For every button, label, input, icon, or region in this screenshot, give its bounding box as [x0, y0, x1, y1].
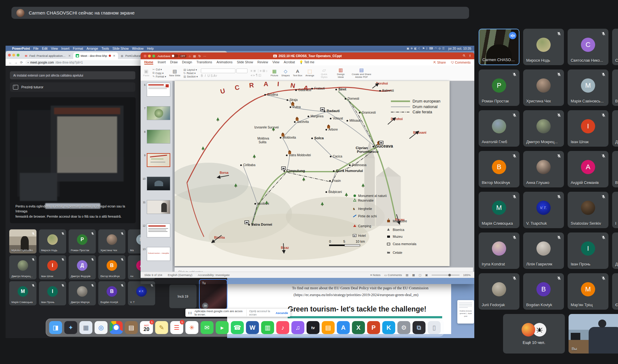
ribbon-reset[interactable]: ↻Reset ▾ — [184, 72, 198, 75]
mini-tile-Мирося Нодь[interactable]: Мирося Нодь — [39, 229, 66, 253]
ribbon-quick-styles[interactable]: ▱Quick Styles — [317, 68, 331, 79]
zoom-level[interactable]: 165% — [463, 273, 471, 277]
dock-finder-icon[interactable]: ◨ — [49, 321, 62, 334]
slide-thumbnail-9[interactable]: 9 — [141, 153, 172, 176]
mini-tile-Дмитро Федорів[interactable]: ДДмитро Федорів — [69, 255, 96, 279]
hide-banner-button[interactable]: Ascunde — [276, 311, 288, 315]
participant-tile-Марія-Савіновсь...[interactable]: MМарія Савіновсь... — [568, 69, 608, 106]
participant-tile-V.-Tsapchuk[interactable]: V.T.V. Tsapchuk — [523, 192, 564, 228]
dock-music-icon[interactable]: ♪ — [276, 321, 289, 334]
ribbon-format[interactable]: ✎Format ▾ — [152, 75, 166, 78]
address-bar[interactable]: ▪ meet.google.com/dee-thne-khp?pli=1 — [25, 60, 160, 65]
menubar-menu-file[interactable]: File — [33, 47, 39, 50]
dock-numbers-icon[interactable]: ▥ — [261, 321, 274, 334]
dock-podcasts-icon[interactable]: ♫ — [291, 321, 304, 334]
dock-displays-icon[interactable]: ⧉ — [413, 321, 425, 334]
ribbon-design-ideas[interactable]: ▥Design Ideas — [334, 68, 348, 79]
ppt-tab-design[interactable]: Design — [182, 60, 192, 65]
forward-icon[interactable]: → — [15, 61, 18, 64]
participant-tile-В[interactable]: ВВ — [612, 151, 618, 187]
participant-tile-Іван-Пронь[interactable]: ІІван Пронь — [568, 232, 608, 269]
menubar-status-icons[interactable]: ▣ ✲ ◧ ☾ ⚑ ᛒ ⌨ ◠ ⊙ ☰ — [407, 47, 445, 50]
participant-tile-Мар'ян-Тріщ[interactable]: MМар'ян Тріщ — [568, 273, 608, 310]
participant-tile-Анатолій-Глеб[interactable]: Анатолій Глеб — [479, 110, 519, 147]
participant-tile-Carmen-CHASOV...[interactable]: Carmen CHASOV... — [479, 29, 519, 65]
menubar-app-name[interactable]: PowerPoint — [12, 47, 30, 50]
participant-tile-Христина-Чех[interactable]: Христина Чех — [523, 69, 564, 106]
accessibility-status[interactable]: Accessibility: Investigate — [198, 273, 230, 277]
participant-tile-Лілія-Гавриляк[interactable]: Лілія Гавриляк — [523, 232, 564, 269]
view-reading-icon[interactable]: ▢ — [419, 273, 421, 277]
ribbon-picture[interactable]: ▦Picture — [271, 69, 278, 77]
chrome-traffic-lights[interactable] — [8, 54, 19, 56]
slide-thumbnail-11[interactable]: 11 — [141, 199, 172, 223]
ribbon-copy[interactable]: ⧉Copy ▾ — [152, 71, 166, 75]
dock-calendar-icon[interactable]: OCT205 — [140, 321, 153, 334]
ppt-tab-tell-me[interactable]: 💡 Tell me — [299, 60, 314, 65]
participant-tile-Анна-Глушко[interactable]: Анна Глушко — [523, 151, 564, 187]
mini-tile-V. T[interactable]: V.T.V. T — [128, 281, 155, 305]
font-size-select[interactable] — [236, 69, 248, 73]
view-normal-icon[interactable]: ▤ — [406, 273, 408, 277]
ppt-share-icon[interactable]: ⇪ — [469, 54, 471, 58]
dock-messages-icon[interactable]: ✉ — [201, 321, 214, 334]
dock-launchpad-icon[interactable]: ▦ — [79, 321, 92, 334]
mini-tile-Дмитро Мокрец...[interactable]: Дмитро Мокрец... — [9, 255, 36, 279]
participant-tile-Sviatoslav-Senkiv[interactable]: Sviatoslav Senkiv — [568, 192, 608, 228]
ppt-tab-review[interactable]: Review — [257, 60, 268, 65]
ribbon-shapes[interactable]: ◇Shapes — [281, 69, 290, 77]
slide-thumbnail-10[interactable]: 10 — [141, 176, 172, 199]
mini-tile-Христина Чех[interactable]: Христина Чех — [98, 229, 125, 253]
dock-reminders-icon[interactable]: ☰5 — [170, 321, 183, 334]
ribbon-new-slide[interactable]: ▧New Slide — [169, 69, 180, 77]
dock-settings-icon[interactable]: ⚙ — [397, 321, 410, 334]
view-slideshow-icon[interactable]: ▣ — [425, 273, 428, 277]
pause-icon[interactable]: ❚❚ — [188, 312, 192, 314]
ppt-tab-acrobat[interactable]: Acrobat — [284, 60, 295, 65]
mini-tile-Віктор Мосійчук[interactable]: BВіктор Мосійчук — [98, 255, 125, 279]
sync-icon[interactable]: ↻ — [198, 54, 201, 58]
participant-tile-Андрій-Семанів[interactable]: AАндрій Семанів — [568, 151, 608, 187]
mini-tile-Іван Пронь[interactable]: ІІван Пронь — [39, 281, 66, 305]
home-icon[interactable]: ⌂ — [189, 54, 191, 58]
participant-tile-Д[interactable]: ДД — [612, 232, 618, 269]
participant-tile-Jurii-Fedorjak[interactable]: Jurii Fedorjak — [479, 273, 519, 310]
reload-icon[interactable]: ⟳ — [20, 61, 23, 64]
mini-tile-Дмитро Марчук[interactable]: Дмитро Марчук — [69, 281, 96, 305]
dock-excel-icon[interactable]: X — [352, 321, 365, 334]
view-sorter-icon[interactable]: ▦ — [412, 273, 415, 277]
ppt-tab-view[interactable]: View — [273, 60, 280, 65]
ppt-share-button[interactable]: ⇱ Share — [434, 61, 446, 64]
dock-siri-icon[interactable]: ✦ — [64, 321, 77, 334]
participant-tile-Віктор-Мосійчук[interactable]: BВіктор Мосійчук — [479, 151, 519, 187]
more-participants-tile[interactable]: Ещё 10 чел. — [503, 314, 565, 354]
ppt-tab-animations[interactable]: Animations — [217, 60, 233, 65]
ribbon-section[interactable]: ▥Section ▾ — [184, 75, 198, 78]
ribbon-arrange[interactable]: ⬚Arrange — [305, 69, 314, 77]
slide-thumbnail-13[interactable]: 13Cultural tourism – intangible — [141, 246, 172, 270]
comments-toggle[interactable]: ▭ Comments — [384, 273, 402, 277]
autosave-toggle[interactable]: AutoSave OFF — [158, 54, 186, 58]
doc2-link[interactable]: (https://ec.europa.eu/info/strategy/prio… — [294, 293, 418, 297]
participant-tile-Марія-Сливоцька[interactable]: MМарія Сливоцька — [479, 192, 519, 228]
dock-contacts-icon[interactable]: ▤ — [125, 321, 138, 334]
back-icon[interactable]: ← — [9, 61, 12, 64]
chrome-tab-meet[interactable]: ▣Meet - dee-thne-khp✕ — [73, 52, 118, 59]
mini-tile-Bogdan Kovtyk[interactable]: BBogdan Kovtyk — [98, 281, 125, 305]
dock-safari-icon[interactable]: ◎ — [95, 321, 108, 334]
ppt-tab-home[interactable]: Home — [144, 60, 153, 65]
menubar-menu-view[interactable]: View — [51, 47, 58, 50]
participant-tile-Є[interactable]: ЄЄ — [612, 273, 618, 310]
save-icon[interactable]: ▤ — [193, 54, 196, 58]
dock-facetime-icon[interactable]: ▸ — [216, 321, 229, 334]
font-family-select[interactable] — [201, 69, 235, 73]
stop-sharing-button[interactable]: Opriți accesul la ecran — [246, 309, 273, 316]
menubar-menu-help[interactable]: Help — [147, 47, 154, 50]
ppt-traffic-lights[interactable] — [144, 55, 155, 57]
menubar-menu-format[interactable]: Format — [73, 47, 83, 50]
notes-toggle[interactable]: ≡ Notes — [370, 273, 380, 277]
participant-tile-Святослав-Нико...[interactable]: CСвятослав Нико... — [568, 29, 608, 65]
self-view-tile[interactable]: Вы — [569, 314, 618, 354]
dock-books-icon[interactable]: ▤ — [322, 321, 335, 334]
ppt-tab-transitions[interactable]: Transitions — [197, 60, 212, 65]
